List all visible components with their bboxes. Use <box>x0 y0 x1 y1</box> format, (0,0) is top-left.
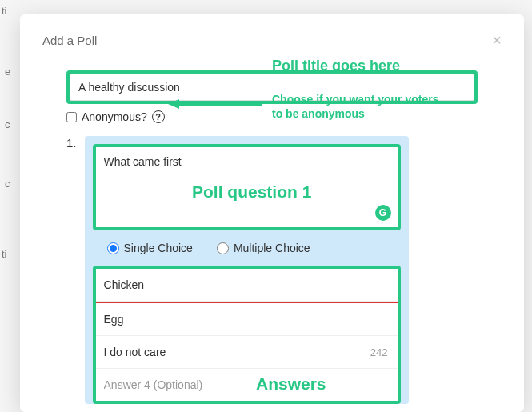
single-choice-label: Single Choice <box>124 242 193 254</box>
modal-title: Add a Poll <box>42 34 97 47</box>
bg-text: ti <box>2 5 7 17</box>
answer-2-input[interactable] <box>96 303 398 336</box>
poll-title-highlight <box>66 70 478 104</box>
question-text-input[interactable] <box>96 147 398 224</box>
single-choice-radio[interactable] <box>107 242 119 254</box>
question-number: 1. <box>66 136 77 150</box>
question-card: G Single Choice Multiple Choice 242 <box>85 136 409 404</box>
choice-type-row: Single Choice Multiple Choice <box>93 230 401 266</box>
answer-3-row: 242 <box>96 336 398 369</box>
anonymous-label: Anonymous? <box>82 110 147 123</box>
bg-text: c <box>5 178 10 190</box>
bg-text: c <box>5 118 10 130</box>
poll-title-input[interactable] <box>70 74 474 101</box>
modal-header: Add a Poll × <box>42 32 502 48</box>
multiple-choice-option[interactable]: Multiple Choice <box>217 242 310 254</box>
close-icon[interactable]: × <box>492 32 502 48</box>
help-icon[interactable]: ? <box>152 110 165 123</box>
question-area: 1. G Single Choice Multiple Choice <box>66 136 502 404</box>
bg-text: e <box>5 66 10 78</box>
answer-1-input[interactable] <box>96 269 398 302</box>
question-text-highlight: G <box>93 144 401 230</box>
char-count: 242 <box>370 346 398 358</box>
answers-highlight: 242 <box>93 266 401 404</box>
single-choice-option[interactable]: Single Choice <box>107 242 193 254</box>
bg-text: ti <box>2 248 7 260</box>
anonymous-row: Anonymous? ? <box>66 110 502 123</box>
multiple-choice-label: Multiple Choice <box>234 242 310 254</box>
add-poll-modal: Add a Poll × Anonymous? ? 1. G Single Ch… <box>20 14 524 412</box>
answer-3-input[interactable] <box>96 336 370 368</box>
anonymous-checkbox[interactable] <box>66 112 77 122</box>
answer-4-input[interactable] <box>96 369 398 401</box>
grammarly-icon[interactable]: G <box>375 205 391 221</box>
multiple-choice-radio[interactable] <box>217 242 229 254</box>
